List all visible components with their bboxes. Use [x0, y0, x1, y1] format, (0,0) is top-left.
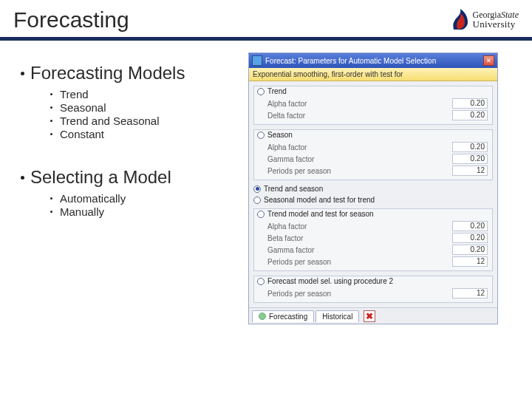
gamma-factor-field[interactable]: 0.20 — [452, 245, 488, 255]
close-button[interactable]: × — [483, 55, 494, 66]
field-label: Gamma factor — [267, 246, 314, 254]
alpha-factor-field[interactable]: 0.20 — [452, 98, 488, 109]
section-label: Trend — [267, 87, 287, 95]
bullet-icon — [50, 106, 52, 109]
radio-trend-test-season[interactable] — [257, 211, 265, 218]
gamma-factor-field[interactable]: 0.20 — [452, 154, 488, 164]
radio-procedure2[interactable] — [257, 278, 265, 285]
bullet-icon — [50, 197, 52, 200]
option-label: Trend and season — [264, 185, 323, 193]
tab-label: Historical — [322, 313, 352, 321]
field-label: Beta factor — [267, 234, 303, 242]
periods-field[interactable]: 12 — [452, 256, 488, 267]
section-procedure2: Forecast model sel. using procedure 2 Pe… — [253, 276, 493, 303]
field-label: Delta factor — [267, 112, 305, 120]
bullet-icon — [50, 93, 52, 95]
option-label: Seasonal model and test for trend — [264, 196, 375, 204]
field-label: Periods per season — [267, 167, 331, 175]
tab-forecasting[interactable]: Forecasting — [252, 310, 314, 322]
list-item: Constant — [60, 128, 104, 140]
check-icon — [259, 313, 266, 320]
delta-factor-field[interactable]: 0.20 — [452, 110, 488, 120]
section-trend-test-season: Trend model and test for season Alpha fa… — [253, 208, 493, 271]
field-label: Alpha factor — [267, 222, 307, 231]
logo-line2: University — [473, 20, 519, 29]
gsu-logo: GeorgiaState University — [451, 9, 519, 31]
alpha-factor-field[interactable]: 0.20 — [452, 221, 488, 231]
list-item: Manually — [60, 205, 104, 218]
bullet-icon — [21, 176, 24, 180]
tab-historical[interactable]: Historical — [316, 310, 359, 322]
periods-field[interactable]: 12 — [452, 166, 488, 176]
list-item: Automatically — [60, 192, 126, 205]
periods-field[interactable]: 12 — [452, 288, 488, 299]
bullet-icon — [50, 120, 52, 122]
window-icon — [252, 55, 262, 66]
dialog-titlebar[interactable]: Forecast: Parameters for Automatic Model… — [249, 53, 497, 68]
dialog-title: Forecast: Parameters for Automatic Model… — [265, 57, 436, 65]
flame-icon — [451, 9, 470, 31]
radio-seasonal-test-trend[interactable] — [253, 197, 261, 204]
beta-factor-field[interactable]: 0.20 — [452, 233, 488, 243]
bullet-icon — [50, 133, 52, 135]
cancel-button[interactable]: ✖ — [364, 310, 375, 322]
heading-forecasting-models: Forecasting Models — [30, 63, 185, 83]
section-label: Trend model and test for season — [267, 210, 374, 218]
dialog-footer: Forecasting Historical ✖ — [249, 307, 497, 324]
section-label: Forecast model sel. using procedure 2 — [267, 277, 393, 285]
page-title: Forecasting — [13, 7, 129, 33]
radio-season[interactable] — [257, 132, 265, 139]
field-label: Alpha factor — [267, 143, 307, 151]
heading-selecting-model: Selecting a Model — [30, 167, 171, 188]
section-season: Season Alpha factor0.20 Gamma factor0.20… — [253, 129, 493, 180]
tab-label: Forecasting — [269, 313, 307, 321]
field-label: Alpha factor — [267, 100, 307, 108]
forecast-parameters-dialog: Forecast: Parameters for Automatic Model… — [248, 52, 498, 324]
field-label: Periods per season — [267, 258, 331, 266]
radio-trend[interactable] — [257, 88, 265, 95]
list-item: Seasonal — [60, 101, 106, 114]
section-trend: Trend Alpha factor0.20 Delta factor0.20 — [253, 86, 493, 125]
alpha-factor-field[interactable]: 0.20 — [452, 142, 488, 152]
bullet-icon — [50, 211, 52, 213]
info-banner: Exponential smoothing, first-order with … — [249, 68, 497, 81]
bullet-icon — [21, 72, 24, 75]
field-label: Periods per season — [267, 290, 331, 298]
list-item: Trend — [60, 88, 89, 100]
radio-trend-and-season[interactable] — [253, 185, 261, 193]
field-label: Gamma factor — [267, 155, 314, 163]
list-item: Trend and Seasonal — [60, 115, 160, 127]
section-label: Season — [267, 131, 293, 139]
